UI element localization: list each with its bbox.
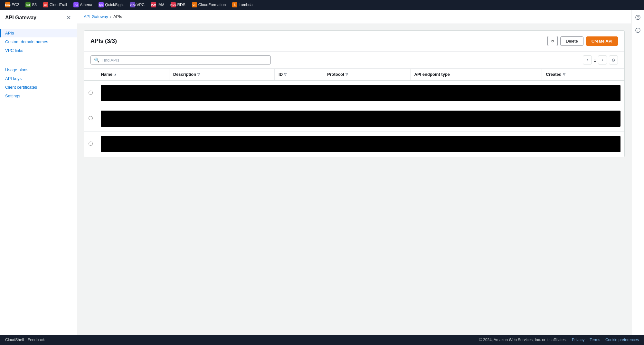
next-page-button[interactable]: › (598, 55, 607, 64)
sidebar-item-client-certificates[interactable]: Client certificates (0, 83, 77, 92)
col-endpoint-type[interactable]: API endpoint type (410, 69, 542, 80)
pagination-row: ‹ 1 › ⚙ (583, 55, 618, 64)
nav-service-lambda[interactable]: λ Lambda (230, 2, 255, 8)
sidebar-item-vpc-links[interactable]: VPC links (0, 46, 77, 55)
nav-label-quicksight: QuickSight (105, 3, 124, 7)
nav-service-rds[interactable]: RDS RDS (168, 2, 188, 8)
row-2-content (97, 106, 624, 132)
row-radio-3[interactable] (84, 132, 97, 157)
panel-title: APIs (3/3) (90, 38, 117, 44)
col-id[interactable]: ID ▽ (275, 69, 323, 80)
sidebar-item-usage-plans[interactable]: Usage plans (0, 65, 77, 74)
lambda-icon: λ (232, 2, 237, 7)
feedback-link[interactable]: Feedback (28, 338, 45, 342)
sidebar-item-api-keys[interactable]: API keys (0, 74, 77, 83)
delete-button[interactable]: Delete (560, 36, 583, 46)
svg-text:i: i (637, 29, 638, 32)
nav-service-quicksight[interactable]: QS QuickSight (96, 2, 126, 8)
cloudshell-link[interactable]: CloudShell (5, 338, 24, 342)
sidebar-item-custom-domains[interactable]: Custom domain names (0, 37, 77, 46)
settings-icon: i (635, 28, 640, 33)
chevron-left-icon: ‹ (587, 58, 588, 62)
sidebar-header: API Gateway ✕ (0, 10, 77, 26)
redacted-row-1 (101, 85, 620, 101)
sidebar-item-apis[interactable]: APIs (0, 29, 77, 37)
ec2-icon: EC2 (5, 2, 10, 7)
apis-table: Name ▲ Description ▽ (84, 69, 624, 157)
nav-label-ec2: EC2 (12, 3, 19, 7)
bottom-left: CloudShell Feedback (5, 338, 45, 342)
right-panel: ? i (631, 10, 644, 335)
vpc-icon: VPC (130, 2, 135, 7)
quicksight-icon: QS (99, 2, 104, 7)
table-row (84, 132, 624, 157)
search-row: 🔍 ‹ 1 › ⚙ (84, 52, 624, 69)
cookie-link[interactable]: Cookie preferences (605, 338, 639, 342)
sidebar-section-nav: Usage plans API keys Client certificates… (0, 63, 77, 103)
main-layout: API Gateway ✕ APIs Custom domain names V… (0, 10, 644, 335)
cloudformation-icon: CF (192, 2, 197, 7)
right-panel-icon-1[interactable]: ? (633, 12, 643, 23)
table-container: Name ▲ Description ▽ (84, 69, 624, 157)
prev-page-button[interactable]: ‹ (583, 55, 592, 64)
table-settings-button[interactable]: ⚙ (609, 55, 618, 64)
terms-link[interactable]: Terms (590, 338, 600, 342)
copyright-text: © 2024, Amazon Web Services, Inc. or its… (479, 338, 567, 342)
top-navigation: EC2 EC2 S3 S3 CT CloudTrail At Athena QS… (0, 0, 644, 10)
breadcrumb-api-gateway[interactable]: API Gateway (84, 14, 108, 19)
nav-service-cloudtrail[interactable]: CT CloudTrail (41, 2, 70, 8)
search-box: 🔍 (90, 55, 271, 64)
nav-service-iam[interactable]: IAM IAM (148, 2, 167, 8)
id-sort-icon: ▽ (284, 73, 287, 76)
sidebar-title: API Gateway (5, 15, 36, 21)
col-created[interactable]: Created ▽ (542, 69, 624, 80)
nav-label-cloudformation: CloudFormation (198, 3, 226, 7)
cloudtrail-icon: CT (43, 2, 48, 7)
search-input[interactable] (101, 58, 267, 63)
breadcrumb-apis: APIs (113, 14, 122, 19)
redacted-row-3 (101, 136, 620, 152)
row-3-content (97, 132, 624, 157)
right-panel-icon-2[interactable]: i (633, 25, 643, 35)
nav-label-athena: Athena (80, 3, 92, 7)
breadcrumb-separator: › (110, 15, 111, 19)
rds-icon: RDS (171, 2, 176, 7)
col-protocol[interactable]: Protocol ▽ (323, 69, 410, 80)
table-header-row: Name ▲ Description ▽ (84, 69, 624, 80)
redacted-row-2 (101, 111, 620, 127)
main-content: API Gateway › APIs APIs (3/3) ↻ Delete C… (77, 10, 631, 335)
row-1-content (97, 80, 624, 106)
content-area: APIs (3/3) ↻ Delete Create API 🔍 (77, 24, 631, 164)
created-sort-icon: ▽ (563, 73, 565, 76)
athena-icon: At (73, 2, 79, 7)
row-radio-1[interactable] (84, 80, 97, 106)
s3-icon: S3 (25, 2, 31, 7)
nav-service-s3[interactable]: S3 S3 (23, 2, 39, 8)
nav-label-lambda: Lambda (239, 3, 252, 7)
refresh-button[interactable]: ↻ (547, 36, 558, 46)
nav-label-rds: RDS (177, 3, 185, 7)
page-number: 1 (594, 58, 596, 63)
bottom-bar: CloudShell Feedback © 2024, Amazon Web S… (0, 335, 644, 345)
search-icon: 🔍 (94, 57, 99, 63)
sidebar-item-settings[interactable]: Settings (0, 92, 77, 100)
panel-header: APIs (3/3) ↻ Delete Create API (84, 31, 624, 52)
sidebar: API Gateway ✕ APIs Custom domain names V… (0, 10, 77, 335)
create-api-button[interactable]: Create API (586, 36, 618, 46)
col-name[interactable]: Name ▲ (97, 69, 169, 80)
row-radio-2[interactable] (84, 106, 97, 132)
col-description[interactable]: Description ▽ (169, 69, 274, 80)
apis-panel: APIs (3/3) ↻ Delete Create API 🔍 (84, 30, 625, 157)
nav-service-vpc[interactable]: VPC VPC (128, 2, 147, 8)
table-row (84, 106, 624, 132)
sidebar-divider (0, 60, 77, 60)
gear-icon: ⚙ (611, 58, 615, 63)
refresh-icon: ↻ (551, 39, 554, 44)
privacy-link[interactable]: Privacy (572, 338, 584, 342)
nav-service-cloudformation[interactable]: CF CloudFormation (189, 2, 228, 8)
close-sidebar-button[interactable]: ✕ (66, 14, 72, 21)
nav-service-ec2[interactable]: EC2 EC2 (3, 2, 22, 8)
table-row (84, 80, 624, 106)
nav-label-cloudtrail: CloudTrail (50, 3, 67, 7)
nav-service-athena[interactable]: At Athena (71, 2, 95, 8)
